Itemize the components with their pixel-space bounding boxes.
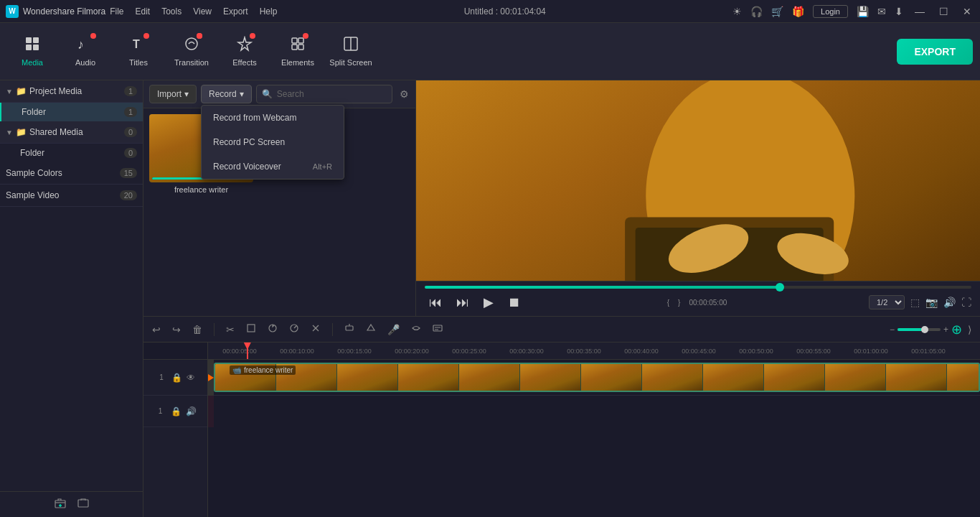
project-media-folder-label: Folder — [22, 107, 46, 117]
import-button[interactable]: Import ▾ — [149, 85, 197, 103]
slow-motion-icon[interactable]: ⏭ — [452, 294, 473, 312]
add-folder-icon[interactable] — [55, 498, 66, 511]
record-webcam-item[interactable]: Record from Webcam — [202, 106, 344, 130]
media-item-name: freelance writer — [149, 185, 253, 194]
time-bracket-start: { — [666, 297, 671, 308]
settings-icon[interactable]: ☀ — [732, 6, 742, 17]
subtitle-icon[interactable] — [430, 322, 446, 337]
project-media-header[interactable]: ▼ 📁 Project Media 1 — [0, 80, 143, 103]
ruler-tick-1: 00:00:05:00 — [211, 348, 268, 355]
tool-audio[interactable]: ♪ Audio — [60, 27, 110, 77]
fullscreen-icon[interactable]: ⛶ — [961, 297, 971, 308]
menu-export[interactable]: Export — [223, 6, 248, 17]
record-button[interactable]: Record ▾ — [201, 85, 252, 103]
shared-media-folder-label: Folder — [20, 148, 44, 158]
mic-icon[interactable]: 🎤 — [385, 322, 402, 337]
video-track-content[interactable]: 📹 freelance writer — [214, 360, 980, 395]
audio-track-row — [208, 396, 980, 427]
cart-icon[interactable]: 🛒 — [771, 6, 783, 17]
playback-row: ⏮ ⏭ ▶ ⏹ { } 00:00:05:00 1/2 — [425, 293, 971, 312]
record-screen-item[interactable]: Record PC Screen — [202, 130, 344, 154]
zoom-slider-handle[interactable] — [921, 326, 928, 333]
collapse-icon[interactable]: ⟩ — [965, 322, 974, 337]
tool-elements[interactable]: Elements — [273, 27, 323, 77]
clip-thumb-12 — [886, 364, 947, 391]
ratio-select[interactable]: 1/2 — [869, 295, 905, 309]
zoom-slider[interactable] — [897, 328, 941, 331]
preview-controls: ⏮ ⏭ ▶ ⏹ { } 00:00:05:00 1/2 — [416, 281, 980, 316]
shared-media-header[interactable]: ▼ 📁 Shared Media 0 — [0, 121, 143, 144]
ruler-tick-13: 00:01:05:00 — [900, 348, 957, 355]
login-button[interactable]: Login — [813, 5, 848, 18]
menu-tools[interactable]: Tools — [161, 6, 182, 17]
zoom-in-icon[interactable]: + — [943, 325, 948, 335]
gift-icon[interactable]: 🎁 — [792, 6, 804, 17]
lock-icon[interactable]: 🔒 — [171, 373, 182, 383]
volume-icon[interactable]: 🔊 — [943, 297, 956, 308]
snapshot-icon[interactable]: 📷 — [925, 297, 938, 308]
clip-label: 📹 freelance writer — [230, 365, 296, 375]
record-voiceover-item[interactable]: Record Voiceover Alt+R — [202, 154, 344, 179]
add-track-icon[interactable]: ⊕ — [951, 322, 962, 337]
zoom-out-icon[interactable]: − — [890, 325, 895, 335]
close-button[interactable]: ✕ — [960, 6, 974, 17]
delete-icon[interactable]: 🗑 — [189, 322, 205, 337]
audio-lock-icon[interactable]: 🔒 — [171, 406, 182, 416]
tool-titles[interactable]: T Titles — [113, 27, 164, 77]
clip-thumb-4 — [398, 364, 459, 391]
download-icon[interactable]: ⬇ — [895, 6, 903, 17]
menu-file[interactable]: File — [110, 6, 123, 17]
effects-icon — [237, 36, 253, 55]
speed-icon[interactable] — [286, 322, 302, 337]
shared-media-folder[interactable]: Folder 0 — [0, 144, 143, 162]
export-button[interactable]: EXPORT — [897, 39, 973, 65]
minimize-button[interactable]: — — [912, 6, 928, 17]
frame-step-back-icon[interactable]: ⏮ — [425, 294, 446, 312]
tool-splitscreen-label: Split Screen — [329, 58, 372, 67]
tool-splitscreen[interactable]: Split Screen — [326, 27, 376, 77]
ruler-tick-2: 00:00:10:00 — [268, 348, 326, 355]
menu-edit[interactable]: Edit — [136, 6, 151, 17]
audio-detach-icon[interactable] — [308, 322, 324, 337]
search-input[interactable] — [256, 85, 392, 103]
headset-icon[interactable]: 🎧 — [750, 6, 763, 17]
maximize-button[interactable]: ☐ — [936, 6, 951, 17]
save-icon[interactable]: 💾 — [857, 6, 869, 17]
tool-effects[interactable]: Effects — [220, 27, 270, 77]
tool-media[interactable]: Media — [7, 27, 57, 77]
left-panel: ▼ 📁 Project Media 1 Folder 1 ▼ 📁 Shared … — [0, 80, 143, 517]
snap-icon[interactable] — [341, 322, 357, 337]
menu-view[interactable]: View — [193, 6, 212, 17]
svg-rect-10 — [292, 45, 297, 50]
tool-audio-label: Audio — [75, 58, 95, 67]
undo-icon[interactable]: ↩ — [149, 322, 164, 337]
progress-bar — [425, 286, 971, 289]
marker-icon[interactable] — [363, 322, 379, 337]
stop-button[interactable]: ⏹ — [504, 294, 525, 312]
crop-icon[interactable] — [243, 322, 259, 337]
content-area: Import ▾ Record ▾ Record from Webcam — [143, 80, 980, 316]
cut-icon[interactable]: ✂ — [223, 322, 237, 337]
project-media-folder[interactable]: Folder 1 — [0, 103, 143, 121]
link-icon[interactable] — [77, 498, 89, 511]
progress-bar-wrap[interactable] — [425, 286, 971, 289]
menu-help[interactable]: Help — [260, 6, 278, 17]
sample-colors-item[interactable]: Sample Colors 15 — [0, 162, 143, 185]
filter-icon[interactable]: ⚙ — [397, 85, 412, 103]
rotate-icon[interactable] — [265, 322, 281, 337]
video-clip[interactable]: 📹 freelance writer — [214, 363, 980, 392]
audio-track-content[interactable] — [214, 396, 980, 427]
redo-icon[interactable]: ↪ — [169, 322, 184, 337]
import-chevron-icon: ▾ — [184, 89, 189, 99]
ruler-tick-10: 00:00:50:00 — [727, 348, 785, 355]
audio-mute-icon[interactable]: 🔊 — [186, 406, 197, 416]
full-screen-preview-icon[interactable]: ⬚ — [910, 297, 920, 308]
transition-tl-icon[interactable] — [408, 322, 424, 337]
progress-handle[interactable] — [776, 283, 784, 292]
visibility-icon[interactable]: 👁 — [187, 373, 195, 383]
message-icon[interactable]: ✉ — [877, 6, 886, 17]
ruler-tick-5: 00:00:25:00 — [440, 348, 498, 355]
play-button[interactable]: ▶ — [479, 293, 498, 312]
sample-video-item[interactable]: Sample Video 20 — [0, 185, 143, 207]
tool-transition[interactable]: Transition — [166, 27, 217, 77]
